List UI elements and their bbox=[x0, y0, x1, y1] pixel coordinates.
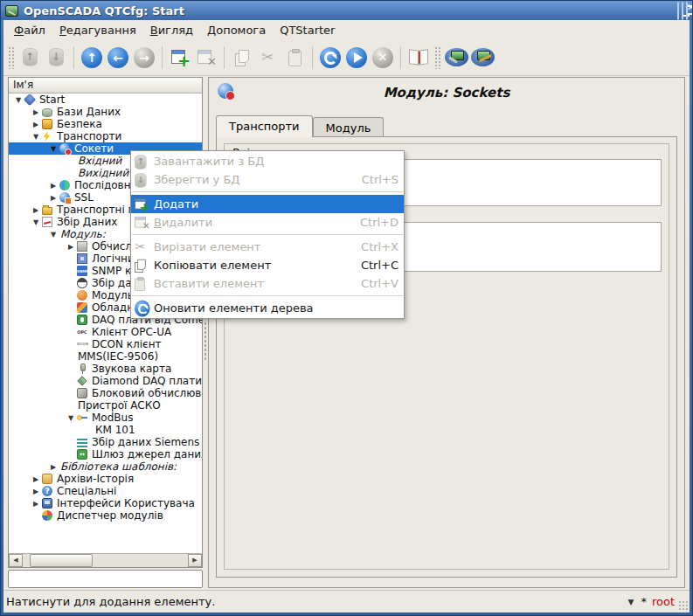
toolbar-separator bbox=[73, 46, 74, 69]
app-window: OpenSCADA QTCfg: Start ФайлРедагуванняВи… bbox=[0, 0, 693, 616]
tab-transports[interactable]: Транспорти bbox=[216, 115, 313, 137]
special-icon bbox=[42, 486, 56, 496]
db-down-icon bbox=[49, 48, 64, 66]
tree-expand-arrow[interactable]: ▶ bbox=[47, 182, 59, 190]
app-icon bbox=[5, 5, 18, 17]
tree-item[interactable]: Звукова карта bbox=[9, 363, 202, 375]
load-from-db-button bbox=[17, 45, 43, 71]
tab-module[interactable]: Модуль bbox=[313, 117, 385, 137]
snmp-icon bbox=[77, 266, 91, 276]
tree-expand-arrow[interactable]: ▶ bbox=[47, 463, 59, 471]
tree-item-label: Вихідний bbox=[77, 167, 128, 179]
tree-item[interactable]: Диспетчер модулів bbox=[9, 509, 202, 522]
tree-expand-arrow[interactable]: ▶ bbox=[30, 475, 42, 483]
scrollbar-track[interactable] bbox=[23, 554, 188, 567]
tree-item[interactable]: ▶Бібліотека шаблонів: bbox=[9, 460, 202, 473]
opcua-icon bbox=[77, 327, 91, 337]
vision-starter-button[interactable] bbox=[469, 45, 495, 71]
tree-expand-arrow[interactable]: ▶ bbox=[30, 108, 42, 116]
tree-item[interactable]: Diamond DAQ плати bbox=[9, 375, 202, 387]
tree-item[interactable]: ▼Start bbox=[9, 93, 202, 106]
tree-item[interactable]: ▶Архіви-Історія bbox=[9, 473, 202, 485]
chevron-down-icon[interactable]: ▼ bbox=[628, 598, 634, 606]
tree-collapse-arrow[interactable]: ▼ bbox=[47, 231, 59, 239]
tree-expand-arrow[interactable]: ▶ bbox=[30, 500, 42, 508]
tree-item[interactable]: ▶Інтерфейси Користувача bbox=[9, 497, 202, 509]
menu-item-save-to-db: Зберегти у БДCtrl+S bbox=[131, 170, 404, 189]
tree-item-label: ModBus bbox=[91, 412, 133, 424]
maximize-button[interactable] bbox=[682, 2, 683, 20]
tree-collapse-arrow[interactable]: ▼ bbox=[65, 414, 77, 422]
tree-expand-arrow[interactable]: ▶ bbox=[65, 243, 77, 251]
comedi-icon bbox=[77, 315, 91, 325]
tree-item[interactable]: ▶Бази Даних bbox=[9, 106, 202, 118]
manual-button[interactable] bbox=[405, 45, 432, 71]
tree-collapse-arrow[interactable]: ▼ bbox=[30, 218, 42, 226]
menu-item-add-item[interactable]: Додати bbox=[131, 195, 404, 213]
tree-item-label: Збір Даних bbox=[56, 216, 117, 228]
toolbar-separator bbox=[162, 46, 163, 69]
tree-item[interactable]: Шлюз джерел даних bbox=[9, 448, 202, 460]
tree-item[interactable]: MMS(IEC-9506) bbox=[9, 350, 202, 363]
tree-horizontal-scrollbar: ◀ ▶ bbox=[9, 553, 202, 567]
tree-expand-arrow[interactable]: ▶ bbox=[30, 206, 42, 214]
quick-filter-input[interactable] bbox=[8, 570, 203, 588]
minimize-button[interactable] bbox=[677, 2, 679, 20]
scroll-left-button[interactable]: ◀ bbox=[9, 554, 23, 567]
tree-item[interactable]: DCON клієнт bbox=[9, 338, 202, 350]
tree-item-label: Вхідний bbox=[77, 155, 121, 167]
paste-icon bbox=[135, 277, 150, 291]
tree-item[interactable]: ▶Безпека bbox=[9, 118, 202, 130]
add-item-button[interactable] bbox=[167, 45, 193, 71]
tree-item-label: SSL bbox=[73, 191, 94, 204]
resize-grip[interactable] bbox=[678, 600, 689, 611]
go-forward-button bbox=[131, 45, 157, 71]
tree-item[interactable]: Пристрої АСКО bbox=[9, 399, 202, 412]
tree-column-header[interactable]: Ім'я bbox=[9, 78, 202, 93]
logic-icon bbox=[77, 253, 91, 264]
menu-item-copy-item[interactable]: Копіювати елементCtrl+C bbox=[131, 256, 404, 274]
menu-item-label: Зберегти у БД bbox=[154, 173, 362, 186]
add-icon bbox=[171, 50, 189, 66]
tree-collapse-arrow[interactable]: ▼ bbox=[47, 145, 59, 153]
add-icon bbox=[135, 197, 149, 210]
menubar-item-2[interactable]: Вигляд bbox=[143, 22, 200, 38]
close-button[interactable] bbox=[686, 2, 688, 20]
del-icon bbox=[135, 216, 149, 228]
tree-item[interactable]: ▶Спеціальні bbox=[9, 485, 202, 497]
siemens-icon bbox=[77, 438, 91, 447]
menu-item-refresh-tree[interactable]: Оновити елементи дерева bbox=[131, 299, 404, 317]
cut-icon bbox=[135, 240, 147, 253]
tree-item[interactable]: Збір даних Siemens bbox=[9, 436, 202, 448]
tree-collapse-arrow[interactable]: ▼ bbox=[30, 133, 42, 141]
menubar-item-3[interactable]: Допомога bbox=[200, 22, 273, 38]
start-item-button[interactable] bbox=[343, 45, 370, 71]
stop-icon bbox=[372, 47, 393, 68]
tree-item-label: Безпека bbox=[56, 118, 102, 130]
qtcfg-starter-button[interactable] bbox=[443, 45, 469, 71]
toolbar-drag-handle-icon bbox=[8, 46, 14, 69]
gateway-icon bbox=[77, 449, 91, 460]
tree-item[interactable]: ▼Транспорти bbox=[9, 130, 202, 142]
client-area: ФайлРедагуванняВиглядДопомогаQTStarter І… bbox=[3, 20, 690, 613]
refresh-tree-button[interactable] bbox=[317, 45, 343, 71]
scrollbar-thumb[interactable] bbox=[30, 554, 93, 567]
menubar-item-1[interactable]: Редагування bbox=[52, 22, 143, 38]
tree-collapse-arrow[interactable]: ▼ bbox=[12, 96, 24, 104]
menubar-item-4[interactable]: QTStarter bbox=[273, 22, 342, 38]
qts-cfg-icon bbox=[445, 48, 468, 66]
tree-item[interactable]: Блоковий обчислювач bbox=[9, 387, 202, 399]
tree-expand-arrow[interactable]: ▶ bbox=[47, 194, 59, 202]
toolbar-separator bbox=[224, 46, 225, 69]
go-back-button[interactable] bbox=[105, 45, 131, 71]
tree-expand-arrow[interactable]: ▶ bbox=[30, 488, 42, 495]
menubar-item-0[interactable]: Файл bbox=[7, 22, 52, 38]
tree-item[interactable]: КМ 101 bbox=[9, 424, 202, 436]
tree-item[interactable]: ▼ModBus bbox=[9, 412, 202, 424]
menu-item-shortcut: Ctrl+C bbox=[361, 259, 398, 272]
scroll-right-button[interactable]: ▶ bbox=[188, 554, 202, 567]
go-up-button[interactable] bbox=[79, 45, 105, 71]
tree-expand-arrow[interactable]: ▶ bbox=[30, 121, 42, 128]
current-user-button[interactable]: root bbox=[652, 595, 675, 608]
tree-item[interactable]: Клієнт OPC-UA bbox=[9, 326, 202, 338]
